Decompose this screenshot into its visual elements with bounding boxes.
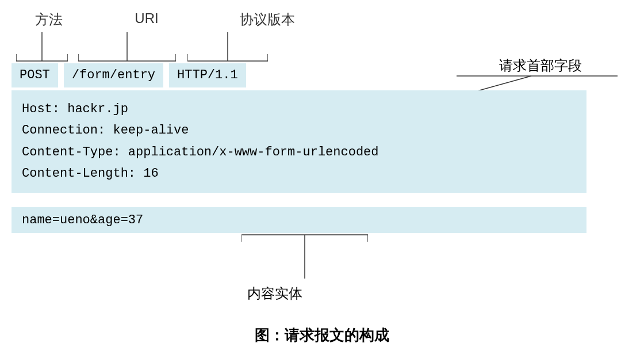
header-content-type: Content-Type: application/x-www-form-url… — [22, 142, 576, 163]
headers-block: Host: hackr.jp Connection: keep-alive Co… — [12, 90, 586, 193]
request-line: POST /form/entry HTTP/1.1 — [12, 63, 246, 87]
header-content-length: Content-Length: 16 — [22, 163, 576, 184]
label-header-field: 请求首部字段 — [499, 56, 582, 75]
header-host: Host: hackr.jp — [22, 98, 576, 120]
label-body: 内容实体 — [247, 284, 302, 303]
label-version: 协议版本 — [239, 10, 296, 29]
body-block: name=ueno&age=37 — [12, 207, 586, 233]
bracket-version — [187, 32, 268, 64]
label-uri: URI — [129, 10, 164, 26]
top-labels-row: 方法 URI 协议版本 — [12, 10, 529, 33]
label-method: 方法 — [32, 10, 66, 29]
bracket-uri — [78, 32, 176, 64]
caption-text: 请求报文的构成 — [285, 326, 389, 344]
bracket-method — [16, 32, 68, 64]
bracket-body — [241, 234, 368, 282]
caption-prefix: 图： — [255, 326, 285, 344]
figure-caption: 图：请求报文的构成 — [0, 325, 644, 345]
request-version: HTTP/1.1 — [169, 63, 246, 87]
request-method: POST — [12, 63, 58, 87]
request-uri: /form/entry — [64, 63, 163, 87]
header-connection: Connection: keep-alive — [22, 120, 576, 141]
